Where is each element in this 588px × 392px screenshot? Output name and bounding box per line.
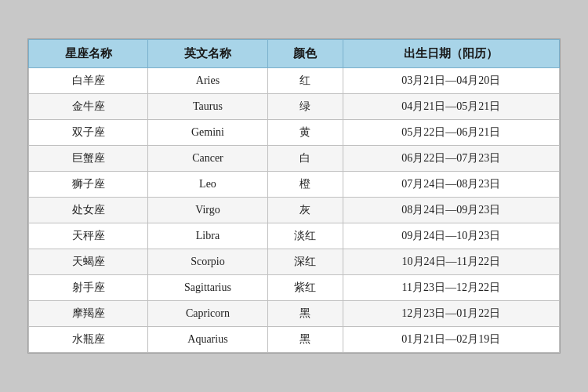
table-row: 处女座Virgo灰08月24日—09月23日 [29,198,560,223]
cell-chinese-name: 金牛座 [29,94,148,120]
cell-english-name: Libra [148,223,267,249]
cell-color: 紫红 [267,275,343,301]
table-row: 摩羯座Capricorn黑12月23日—01月22日 [29,301,560,327]
cell-chinese-name: 巨蟹座 [29,146,148,172]
cell-dates: 10月24日—11月22日 [343,249,559,275]
cell-color: 黑 [267,327,343,353]
cell-chinese-name: 水瓶座 [29,327,148,353]
table-row: 巨蟹座Cancer白06月22日—07月23日 [29,146,560,172]
cell-chinese-name: 射手座 [29,275,148,301]
cell-english-name: Aries [148,68,267,94]
cell-dates: 07月24日—08月23日 [343,172,559,198]
cell-english-name: Leo [148,172,267,198]
table-header-row: 星座名称 英文名称 颜色 出生日期（阳历） [29,40,560,68]
cell-dates: 08月24日—09月23日 [343,198,559,223]
cell-chinese-name: 天蝎座 [29,249,148,275]
cell-english-name: Aquarius [148,327,267,353]
cell-english-name: Taurus [148,94,267,120]
cell-color: 淡红 [267,223,343,249]
cell-color: 白 [267,146,343,172]
cell-chinese-name: 狮子座 [29,172,148,198]
cell-color: 绿 [267,94,343,120]
cell-chinese-name: 摩羯座 [29,301,148,327]
table-body: 白羊座Aries红03月21日—04月20日金牛座Taurus绿04月21日—0… [29,68,560,353]
table-row: 天秤座Libra淡红09月24日—10月23日 [29,223,560,249]
cell-dates: 04月21日—05月21日 [343,94,559,120]
cell-english-name: Sagittarius [148,275,267,301]
cell-dates: 11月23日—12月22日 [343,275,559,301]
cell-english-name: Capricorn [148,301,267,327]
cell-dates: 01月21日—02月19日 [343,327,559,353]
cell-english-name: Virgo [148,198,267,223]
table-row: 金牛座Taurus绿04月21日—05月21日 [29,94,560,120]
header-dates: 出生日期（阳历） [343,40,559,68]
table-row: 水瓶座Aquarius黑01月21日—02月19日 [29,327,560,353]
cell-color: 红 [267,68,343,94]
cell-chinese-name: 天秤座 [29,223,148,249]
cell-dates: 06月22日—07月23日 [343,146,559,172]
cell-english-name: Scorpio [148,249,267,275]
cell-chinese-name: 双子座 [29,120,148,146]
cell-chinese-name: 白羊座 [29,68,148,94]
table-row: 白羊座Aries红03月21日—04月20日 [29,68,560,94]
header-chinese-name: 星座名称 [29,40,148,68]
header-english-name: 英文名称 [148,40,267,68]
zodiac-table: 星座名称 英文名称 颜色 出生日期（阳历） 白羊座Aries红03月21日—04… [28,39,560,353]
cell-english-name: Cancer [148,146,267,172]
cell-color: 黄 [267,120,343,146]
cell-color: 橙 [267,172,343,198]
cell-dates: 12月23日—01月22日 [343,301,559,327]
header-color: 颜色 [267,40,343,68]
cell-dates: 03月21日—04月20日 [343,68,559,94]
cell-chinese-name: 处女座 [29,198,148,223]
cell-dates: 05月22日—06月21日 [343,120,559,146]
table-row: 天蝎座Scorpio深红10月24日—11月22日 [29,249,560,275]
table-row: 射手座Sagittarius紫红11月23日—12月22日 [29,275,560,301]
cell-color: 黑 [267,301,343,327]
cell-dates: 09月24日—10月23日 [343,223,559,249]
cell-color: 深红 [267,249,343,275]
zodiac-table-container: 星座名称 英文名称 颜色 出生日期（阳历） 白羊座Aries红03月21日—04… [27,38,561,354]
table-row: 双子座Gemini黄05月22日—06月21日 [29,120,560,146]
cell-english-name: Gemini [148,120,267,146]
table-row: 狮子座Leo橙07月24日—08月23日 [29,172,560,198]
cell-color: 灰 [267,198,343,223]
